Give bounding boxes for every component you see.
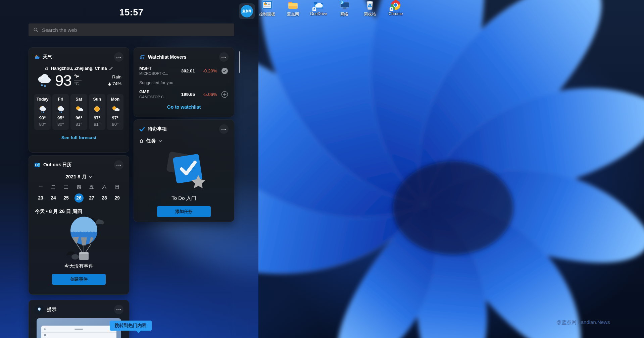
go-to-watchlist-link[interactable]: Go to watchlist [139, 104, 229, 110]
forecast-day[interactable]: Mon 97° 80° [107, 94, 123, 130]
todo-illustration [139, 147, 229, 194]
task-list-selector[interactable]: 任务 [139, 138, 229, 144]
month-label: 2021 8 月 [65, 174, 87, 180]
month-selector[interactable]: 2021 8 月 [34, 174, 123, 180]
chrome-icon [390, 0, 401, 11]
chevron-down-icon [158, 139, 162, 143]
onedrive-icon [313, 0, 324, 11]
unit-fahrenheit[interactable]: °F [74, 74, 82, 79]
weather-location-row[interactable]: Hangzhou, Zhejiang, China [34, 66, 123, 71]
date-cell[interactable]: 29 [111, 193, 123, 203]
date-cell[interactable]: 23 [34, 193, 47, 203]
forecast-day[interactable]: Fri 95° 80° [52, 94, 69, 130]
widget-title: Outlook 日历 [43, 162, 72, 168]
desktop-icon-network[interactable]: 网络 [331, 0, 357, 17]
stock-row[interactable]: GME GAMESTOP C... 199.65 -5.06% [139, 89, 229, 100]
desktop-icon-recycle-bin[interactable]: 回收站 [357, 0, 383, 17]
clock: 15:57 [29, 7, 234, 18]
watchlist-widget: Watchlist Movers MSFT MICROSOFT C... 302… [134, 47, 234, 117]
date-row: 23 24 25 26 27 28 29 [34, 193, 123, 203]
stock-row[interactable]: MSFT MICROSOFT C... 302.01 -0.20% [139, 65, 229, 76]
date-cell[interactable]: 27 [85, 193, 98, 203]
date-cell-selected[interactable]: 26 [72, 193, 85, 203]
watermark: @蓝点网 Landian.News [556, 319, 610, 326]
precipitation-chance: 74% [112, 80, 121, 87]
recycle-bin-icon [364, 0, 376, 11]
weather-widget: 天气 Hangzhou, Zhejiang, China [29, 47, 129, 153]
check-circle-icon[interactable] [221, 67, 228, 74]
suggested-label: Suggested for you [139, 80, 229, 85]
panel-scrollbar[interactable] [239, 51, 240, 73]
shortcut-arrow-icon [312, 7, 316, 11]
desktop-icon-landian-folder[interactable]: 蓝点网 [280, 0, 306, 17]
stock-change: -5.06% [195, 92, 217, 97]
raindrop-icon [108, 82, 111, 86]
sun-behind-cloud-icon [34, 54, 40, 60]
home-icon [45, 66, 49, 70]
forecast-day[interactable]: Sun 97° 81° [89, 94, 105, 130]
outlook-calendar-widget: Outlook 日历 2021 8 月 一 二 三 四 五 六 日 23 24 [29, 155, 129, 295]
desktop-icon-onedrive[interactable]: OneDrive [305, 0, 332, 16]
shortcut-arrow-icon [390, 7, 393, 11]
stock-change: -0.20% [195, 68, 217, 73]
widget-title: 提示 [47, 306, 56, 313]
desktop-icon-label: 蓝点网 [280, 11, 306, 17]
weekday-row: 一 二 三 四 五 六 日 [34, 184, 123, 190]
chevron-down-icon [89, 175, 92, 179]
forecast-day[interactable]: Today 93° 80° [34, 94, 51, 130]
search-icon [33, 27, 39, 33]
desktop-icon-label: Chrome [383, 11, 409, 16]
stock-symbol: MSFT [139, 65, 174, 71]
today-label: 今天 • 8 月 26 日 周四 [34, 208, 123, 215]
balloon-illustration [34, 215, 123, 262]
todo-check-icon [139, 126, 145, 132]
more-options-button[interactable] [114, 305, 123, 314]
unit-divider [74, 80, 82, 80]
desktop-icon-chrome[interactable]: Chrome [383, 0, 409, 16]
control-panel-icon [261, 0, 273, 11]
date-cell[interactable]: 25 [60, 193, 72, 203]
home-icon [139, 139, 144, 143]
see-full-forecast-link[interactable]: See full forecast [34, 135, 123, 140]
tips-preview-image[interactable] [37, 318, 121, 338]
network-icon [339, 0, 350, 11]
current-temperature: 93 [55, 71, 71, 90]
outlook-icon [34, 162, 40, 168]
add-task-button[interactable]: 添加任务 [157, 206, 211, 217]
search-placeholder: Search the web [42, 27, 77, 33]
date-cell[interactable]: 28 [98, 193, 111, 203]
todo-widget: 待办事项 任务 To Do 入门 [134, 119, 234, 222]
desktop-icon-label: 网络 [331, 11, 357, 17]
teaching-tooltip[interactable]: 跳转到热门内容 [110, 321, 152, 331]
more-options-button[interactable] [219, 52, 229, 62]
stock-company: GAMESTOP C... [139, 95, 174, 100]
rain-cloud-icon [36, 72, 52, 89]
sunny-icon [93, 105, 101, 113]
search-input[interactable]: Search the web [29, 23, 234, 36]
stock-company: MICROSOFT C... [139, 71, 174, 76]
rain-cloud-icon [56, 105, 65, 113]
create-event-button[interactable]: 创建事件 [52, 274, 106, 285]
unit-celsius[interactable]: °C [74, 81, 82, 86]
account-avatar[interactable]: 蓝点网 [239, 3, 255, 19]
todo-empty-title: To Do 入门 [139, 195, 229, 202]
widget-title: 待办事项 [148, 126, 167, 132]
stock-price: 199.65 [174, 92, 195, 97]
more-options-button[interactable] [114, 52, 123, 62]
no-events-label: 今天没有事件 [34, 263, 123, 269]
plus-circle-icon[interactable] [221, 91, 228, 98]
lightbulb-icon [34, 305, 44, 315]
forecast-row: Today 93° 80° Fri [34, 94, 123, 130]
forecast-day[interactable]: Sat 96° 81° [70, 94, 87, 130]
weather-location: Hangzhou, Zhejiang, China [51, 66, 107, 71]
sun-behind-cloud-icon [75, 105, 83, 113]
widget-title: 天气 [43, 54, 52, 60]
windows-desktop: 控制面板 蓝点网 OneDrive [0, 0, 644, 338]
edit-pencil-icon[interactable] [109, 66, 113, 70]
stock-price: 302.01 [174, 68, 195, 73]
widget-title: Watchlist Movers [148, 54, 187, 60]
more-options-button[interactable] [219, 124, 229, 134]
date-cell[interactable]: 24 [47, 193, 60, 203]
more-options-button[interactable] [114, 160, 123, 170]
weather-condition: Rain [108, 74, 121, 80]
